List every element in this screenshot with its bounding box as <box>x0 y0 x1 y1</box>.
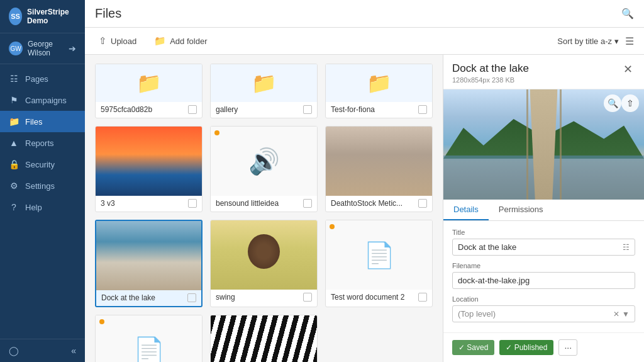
file-checkbox[interactable] <box>188 105 197 114</box>
sidebar-item-settings[interactable]: ⚙ Settings <box>0 175 85 196</box>
sidebar-user: GW George Wilson ➔ <box>0 33 85 64</box>
sort-select[interactable]: Sort by title a-z ▾ <box>557 37 619 46</box>
add-folder-icon: 📁 <box>154 35 166 47</box>
list-item[interactable]: 3 v3 <box>95 126 203 212</box>
circle-icon: ◯ <box>9 346 19 356</box>
upload-icon: ⇧ <box>99 35 107 47</box>
file-item-label: Dock at the lake <box>96 290 201 306</box>
title-field-value: Dock at the lake <box>458 242 516 252</box>
image-thumb <box>96 221 201 290</box>
sidebar-item-files[interactable]: 📁 Files <box>0 111 85 132</box>
file-name: DeathtoStock Metic... <box>331 199 418 208</box>
location-select[interactable]: (Top level) ✕ ▼ <box>452 305 635 322</box>
replace-image-button[interactable]: ⇧ <box>621 94 639 112</box>
close-icon[interactable]: ✕ <box>621 62 635 76</box>
user-name: George Wilson <box>28 40 64 57</box>
file-checkbox[interactable] <box>418 105 427 114</box>
orange-dot <box>99 319 104 324</box>
sidebar-logo[interactable]: SS SilverStripe Demo <box>0 0 85 33</box>
zoom-button[interactable]: 🔍 <box>604 94 621 112</box>
audio-icon: 🔊 <box>248 147 280 176</box>
file-checkbox[interactable] <box>303 293 312 302</box>
location-value: (Top level) <box>458 309 496 319</box>
file-item-label: 5975cfca0d82b <box>96 102 202 118</box>
upload-button[interactable]: ⇧ Upload <box>95 33 140 49</box>
audio-thumb: 🔊 <box>211 127 317 196</box>
sidebar-item-settings-label: Settings <box>25 181 55 191</box>
sidebar-bottom: ◯ « <box>0 339 85 362</box>
sidebar-nav: ☷ Pages ⚑ Campaigns 📁 Files ▲ Reports 🔒 … <box>0 64 85 339</box>
file-checkbox[interactable] <box>303 199 312 208</box>
collapse-icon[interactable]: « <box>71 346 76 356</box>
chevron-down-icon[interactable]: ▼ <box>622 310 630 319</box>
list-item[interactable]: Dock at the lake <box>95 220 203 307</box>
file-name: gallery <box>216 105 303 114</box>
chevron-down-icon: ▾ <box>614 37 619 46</box>
sidebar-item-security[interactable]: 🔒 Security <box>0 154 85 175</box>
detail-fields: Title Dock at the lake ☷ Filename dock-a… <box>443 221 644 330</box>
avatar: GW <box>9 42 23 55</box>
file-item-label: Test word document 2 <box>326 290 432 305</box>
doc-thumb: 📄 <box>326 220 432 290</box>
filename-field[interactable]: dock-at-the-lake.jpg <box>452 272 635 289</box>
content-area: 📁 5975cfca0d82b 📁 gallery <box>85 55 644 362</box>
list-item[interactable]: 🔊 bensound littleidea <box>210 126 318 212</box>
campaigns-icon: ⚑ <box>9 95 19 105</box>
tab-details[interactable]: Details <box>443 200 489 220</box>
file-checkbox[interactable] <box>187 293 196 302</box>
file-grid: 📁 5975cfca0d82b 📁 gallery <box>95 64 433 362</box>
image-thumb <box>211 220 317 290</box>
detail-tabs: Details Permissions <box>443 200 644 221</box>
list-item[interactable]: 📄 Test word document 2 <box>325 220 433 307</box>
file-checkbox[interactable] <box>418 199 427 208</box>
detail-header: Dock at the lake 1280x854px 238 KB ✕ <box>443 55 644 89</box>
published-button[interactable]: ✓ Published <box>499 340 553 355</box>
sidebar-item-help[interactable]: ? Help <box>0 196 85 218</box>
list-item[interactable]: swing <box>210 220 318 307</box>
logout-icon[interactable]: ➔ <box>69 43 76 54</box>
file-item-label: Test-for-fiona <box>326 102 432 118</box>
filename-field-label: Filename <box>452 262 635 269</box>
file-name: Test word document 2 <box>331 293 418 302</box>
document-icon: 📄 <box>364 240 395 270</box>
sidebar-item-reports[interactable]: ▲ Reports <box>0 132 85 154</box>
file-item-label: bensound littleidea <box>211 196 317 212</box>
folder-icon: 📁 <box>252 71 277 95</box>
sidebar-item-campaigns[interactable]: ⚑ Campaigns <box>0 89 85 111</box>
orange-dot <box>330 224 335 229</box>
image-thumb <box>96 127 202 196</box>
list-item[interactable]: 📄 This is a test docum... <box>95 315 203 362</box>
file-item-label: swing <box>211 290 317 305</box>
security-icon: 🔒 <box>9 159 19 169</box>
detail-panel: Dock at the lake 1280x854px 238 KB ✕ <box>443 55 644 362</box>
detail-meta: 1280x854px 238 KB <box>452 76 621 84</box>
list-item[interactable]: 📁 5975cfca0d82b <box>95 64 203 118</box>
help-icon: ? <box>9 202 19 212</box>
list-item[interactable]: zebra v2 <box>210 315 318 362</box>
list-item[interactable]: DeathtoStock Metic... <box>325 126 433 212</box>
filename-field-group: Filename dock-at-the-lake.jpg <box>452 262 635 289</box>
list-view-icon[interactable]: ☰ <box>625 35 634 47</box>
saved-button[interactable]: ✓ Saved <box>452 340 494 355</box>
location-field-group: Location (Top level) ✕ ▼ <box>452 295 635 322</box>
document-icon: 📄 <box>133 336 165 363</box>
sidebar-item-pages[interactable]: ☷ Pages <box>0 68 85 89</box>
add-folder-button[interactable]: 📁 Add folder <box>150 33 211 49</box>
file-checkbox[interactable] <box>418 293 427 302</box>
file-checkbox[interactable] <box>188 199 197 208</box>
title-field[interactable]: Dock at the lake ☷ <box>452 239 635 256</box>
clear-icon[interactable]: ✕ <box>613 310 619 319</box>
detail-footer: ✓ Saved ✓ Published ··· <box>443 332 644 362</box>
upload-label: Upload <box>111 37 136 46</box>
file-checkbox[interactable] <box>303 105 312 114</box>
app-logo-text: SilverStripe Demo <box>27 8 76 25</box>
list-item[interactable]: 📁 Test-for-fiona <box>325 64 433 118</box>
file-name: 3 v3 <box>101 199 188 208</box>
more-options-button[interactable]: ··· <box>558 339 577 356</box>
settings-icon: ⚙ <box>9 181 19 191</box>
tab-permissions[interactable]: Permissions <box>489 200 553 220</box>
search-icon[interactable]: 🔍 <box>621 8 634 20</box>
file-name: Dock at the lake <box>101 293 187 302</box>
list-item[interactable]: 📁 gallery <box>210 64 318 118</box>
add-folder-label: Add folder <box>170 37 207 46</box>
